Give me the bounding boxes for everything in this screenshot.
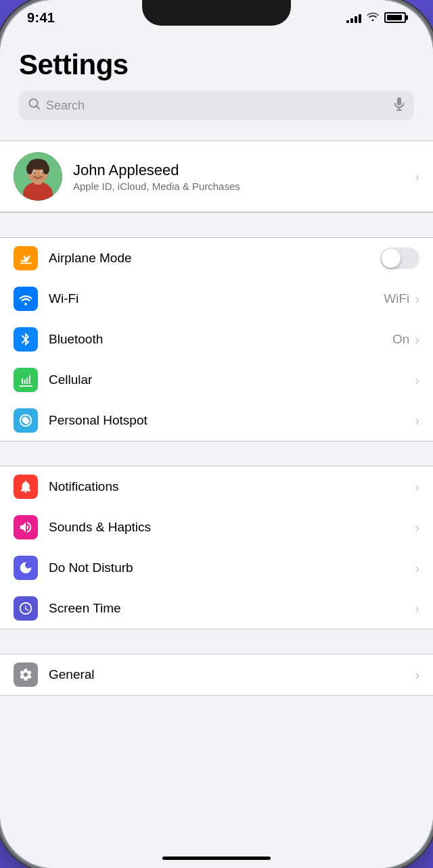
- wifi-label: Wi-Fi: [49, 291, 384, 306]
- screentime-label: Screen Time: [49, 601, 415, 616]
- airplane-mode-icon: [14, 246, 38, 270]
- wifi-icon: [14, 287, 38, 311]
- bluetooth-value: On: [392, 332, 409, 347]
- sounds-icon: [14, 515, 38, 539]
- wifi-item[interactable]: Wi-Fi WiFi ›: [0, 279, 433, 319]
- dnd-chevron-icon: ›: [415, 560, 419, 576]
- svg-point-12: [26, 164, 33, 174]
- status-time: 9:41: [27, 10, 55, 26]
- sounds-item[interactable]: Sounds & Haptics ›: [0, 507, 433, 548]
- airplane-mode-item[interactable]: Airplane Mode: [0, 238, 433, 279]
- profile-card[interactable]: John Appleseed Apple ID, iCloud, Media &…: [0, 141, 433, 212]
- notch: [142, 0, 291, 26]
- general-icon: [14, 662, 38, 687]
- svg-point-19: [24, 419, 28, 423]
- avatar: [14, 152, 62, 201]
- wifi-value: WiFi: [384, 291, 409, 306]
- screentime-chevron-icon: ›: [415, 601, 419, 617]
- bluetooth-icon: [14, 327, 38, 352]
- svg-point-13: [43, 164, 49, 174]
- dnd-item[interactable]: Do Not Disturb ›: [0, 548, 433, 588]
- bluetooth-item[interactable]: Bluetooth On ›: [0, 319, 433, 360]
- search-placeholder: Search: [46, 99, 388, 113]
- bluetooth-label: Bluetooth: [49, 332, 392, 347]
- home-indicator: [162, 857, 271, 860]
- notifications-label: Notifications: [49, 479, 415, 494]
- hotspot-chevron-icon: ›: [415, 413, 419, 429]
- connectivity-section: Airplane Mode Wi-Fi WiFi: [0, 237, 433, 441]
- svg-point-17: [41, 172, 43, 173]
- screentime-icon: [14, 596, 38, 621]
- svg-point-18: [31, 174, 45, 181]
- general-item[interactable]: General ›: [0, 654, 433, 695]
- notifications-section: Notifications › Sounds & Haptics ›: [0, 466, 433, 629]
- sounds-chevron-icon: ›: [415, 520, 419, 535]
- screentime-item[interactable]: Screen Time ›: [0, 588, 433, 629]
- general-label: General: [49, 667, 415, 682]
- notifications-icon: [14, 475, 38, 499]
- general-section: General ›: [0, 654, 433, 723]
- notifications-group: Notifications › Sounds & Haptics ›: [0, 466, 433, 629]
- screen-content[interactable]: Settings Search: [0, 0, 433, 868]
- general-chevron-icon: ›: [415, 667, 419, 683]
- wifi-chevron-icon: ›: [415, 291, 419, 307]
- microphone-icon: [394, 97, 405, 114]
- profile-section: John Appleseed Apple ID, iCloud, Media &…: [0, 141, 433, 213]
- search-bar[interactable]: Search: [19, 91, 414, 120]
- airplane-mode-toggle[interactable]: [380, 247, 419, 269]
- hotspot-item[interactable]: Personal Hotspot ›: [0, 400, 433, 441]
- chevron-icon: ›: [415, 169, 419, 185]
- signal-icon: [346, 12, 361, 23]
- battery-icon: [384, 12, 406, 23]
- hotspot-icon: [14, 408, 38, 433]
- status-icons: [346, 11, 406, 24]
- cellular-icon: [14, 368, 38, 392]
- svg-point-16: [33, 172, 35, 173]
- bluetooth-chevron-icon: ›: [415, 332, 419, 347]
- profile-name: John Appleseed: [73, 162, 404, 179]
- page-title: Settings: [0, 35, 433, 91]
- general-group: General ›: [0, 654, 433, 696]
- profile-info: John Appleseed Apple ID, iCloud, Media &…: [73, 162, 404, 192]
- connectivity-group: Airplane Mode Wi-Fi WiFi: [0, 237, 433, 441]
- hotspot-label: Personal Hotspot: [49, 413, 415, 428]
- cellular-chevron-icon: ›: [415, 372, 419, 388]
- svg-rect-1: [397, 97, 401, 105]
- sounds-label: Sounds & Haptics: [49, 520, 415, 535]
- dnd-label: Do Not Disturb: [49, 560, 415, 575]
- dnd-icon: [14, 556, 38, 580]
- cellular-label: Cellular: [49, 372, 415, 387]
- search-icon: [28, 98, 41, 114]
- wifi-status-icon: [367, 11, 379, 24]
- phone-frame: 9:41: [0, 0, 433, 868]
- airplane-mode-label: Airplane Mode: [49, 251, 380, 266]
- notifications-item[interactable]: Notifications ›: [0, 466, 433, 507]
- profile-subtitle: Apple ID, iCloud, Media & Purchases: [73, 180, 404, 192]
- cellular-item[interactable]: Cellular ›: [0, 360, 433, 400]
- notifications-chevron-icon: ›: [415, 479, 419, 495]
